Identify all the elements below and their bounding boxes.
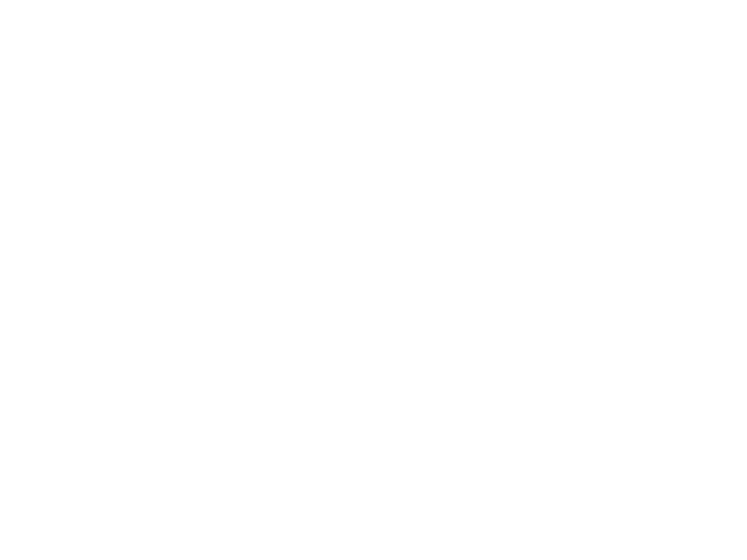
chart-svg — [0, 0, 747, 560]
chart-container — [0, 0, 747, 560]
